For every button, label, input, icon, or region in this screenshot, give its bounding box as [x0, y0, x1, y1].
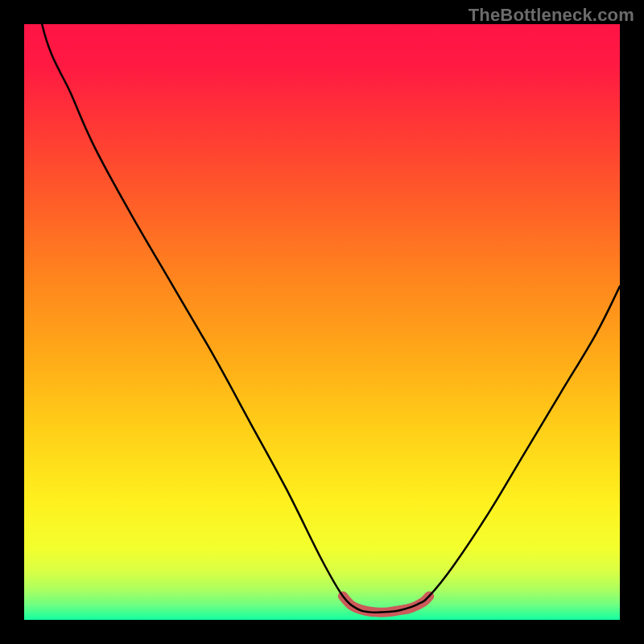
bottleneck-curve: [24, 24, 620, 613]
curve-layer: [24, 24, 620, 620]
watermark-label: TheBottleneck.com: [469, 5, 634, 26]
chart-outer-frame: TheBottleneck.com: [0, 0, 644, 644]
plot-area: [24, 24, 620, 620]
